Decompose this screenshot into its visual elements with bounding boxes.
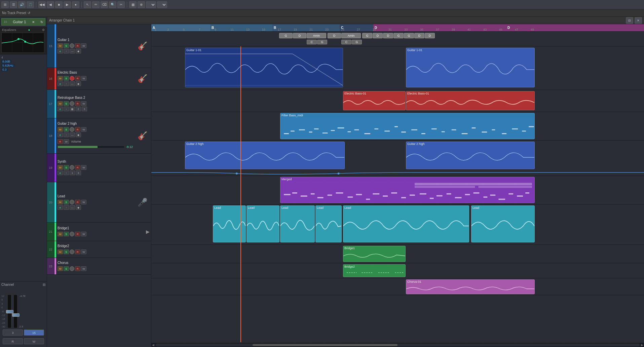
arranger-expand-btn[interactable]: ⊟: [626, 17, 633, 24]
clip-bass-d[interactable]: Electric Bass-01: [406, 91, 535, 110]
track-group-guitar1[interactable]: —: [70, 49, 75, 53]
toolbar-btn-3[interactable]: 🔊: [18, 1, 26, 8]
preset-refresh-icon[interactable]: ↺: [28, 11, 30, 15]
track-mute-bridge1[interactable]: M: [58, 232, 63, 236]
track-group-lead[interactable]: —: [70, 205, 75, 210]
toolbar-btn-erase[interactable]: ⌫: [101, 1, 108, 8]
arranger-close-btn[interactable]: ✕: [635, 17, 642, 24]
track-mute-lead[interactable]: M: [58, 200, 63, 204]
clip-lead-3[interactable]: Lead: [280, 205, 315, 242]
track-solo-retrologue[interactable]: S: [64, 101, 69, 106]
track-eq-lead[interactable]: ◆: [76, 205, 81, 210]
clip-guitar2-d[interactable]: Guitar 2 high: [406, 142, 535, 169]
toolbar-btn-stop[interactable]: ■: [55, 1, 63, 8]
track-write-retrologue[interactable]: W: [81, 101, 86, 106]
track-read-synth[interactable]: R: [75, 165, 80, 170]
toolbar-btn-record[interactable]: ●: [72, 1, 79, 8]
track-mute-synth[interactable]: M: [58, 165, 63, 170]
track-out-synth[interactable]: 3: [76, 170, 81, 175]
track-mute-bass[interactable]: M: [58, 76, 63, 81]
clip-lead-5[interactable]: Lead: [343, 205, 469, 242]
track-read-chorus[interactable]: R: [75, 266, 80, 271]
clip-guitar1-main[interactable]: Guitar 1-01: [185, 48, 343, 87]
scroll-right-btn[interactable]: ▶: [641, 343, 643, 347]
toolbar-btn-cursor[interactable]: ↖: [84, 1, 91, 8]
track-route-retrologue[interactable]: e: [58, 107, 63, 111]
ch-btn-3[interactable]: 3: [3, 330, 23, 336]
track-route-lead[interactable]: e: [58, 205, 63, 210]
track-solo-lead[interactable]: S: [64, 200, 69, 204]
main-fader-thumb[interactable]: [6, 310, 13, 313]
send-fader-track[interactable]: [13, 295, 17, 328]
toolbar-btn-snap[interactable]: ▦: [129, 1, 137, 8]
track-read-bass[interactable]: R: [75, 76, 80, 81]
track-fx-guitar2[interactable]: ◦: [64, 132, 69, 137]
track-read-bridge1[interactable]: R: [75, 232, 80, 236]
track-write-chorus[interactable]: W: [81, 266, 86, 271]
track-group-retrologue[interactable]: ▦: [70, 107, 75, 111]
track-route-bass[interactable]: e: [58, 81, 63, 86]
clip-bridge1[interactable]: Bridge1: [343, 246, 406, 262]
track-write-guitar2[interactable]: W: [81, 127, 86, 132]
scrollbar-track[interactable]: [156, 344, 640, 346]
track-read-bridge2[interactable]: R: [75, 249, 80, 254]
track-read-guitar1[interactable]: R: [75, 43, 80, 48]
clip-chorus[interactable]: Chorus-01: [406, 279, 535, 294]
channel-settings-icon[interactable]: ↻: [40, 20, 43, 24]
toolbar-btn-glue[interactable]: ⊕: [138, 1, 145, 8]
toolbar-btn-cut[interactable]: ✂: [117, 1, 125, 8]
track-write-guitar1[interactable]: W: [81, 43, 86, 48]
eq-power-btn[interactable]: ●: [28, 28, 30, 32]
clip-lead-6[interactable]: Lead: [471, 205, 535, 242]
track-solo-synth[interactable]: S: [64, 165, 69, 170]
track-solo-bridge2[interactable]: S: [64, 249, 69, 254]
track-write-lead[interactable]: W: [81, 200, 86, 204]
eq-settings-icon[interactable]: ⚙: [42, 28, 45, 32]
toolbar-btn-play[interactable]: ▶: [64, 1, 71, 8]
track-read-retrologue[interactable]: R: [75, 101, 80, 106]
main-fader-track[interactable]: [7, 295, 11, 328]
track-route-guitar1[interactable]: e: [58, 49, 63, 53]
clip-bass-c[interactable]: Electric Bass-01: [343, 91, 406, 110]
track-write-synth[interactable]: W: [81, 165, 86, 170]
toolbar-btn-rewind[interactable]: ◀: [47, 1, 54, 8]
send-fader-thumb[interactable]: [12, 313, 20, 317]
clip-synth-merged[interactable]: Merged: [280, 177, 535, 203]
ch-btn-w[interactable]: W: [24, 338, 44, 344]
track-fx-synth[interactable]: ◦: [64, 170, 69, 175]
g2-vol-bar[interactable]: [58, 146, 124, 148]
toolbar-btn-grid[interactable]: ⊞: [1, 1, 9, 8]
channel-mute-icon[interactable]: ✕: [32, 20, 35, 24]
clip-lead-4[interactable]: Lead: [315, 205, 342, 242]
g2-vol-r[interactable]: R: [58, 139, 63, 144]
track-solo-guitar2[interactable]: S: [64, 127, 69, 132]
toolbar-btn-pencil[interactable]: ✏: [92, 1, 100, 8]
scroll-left-btn[interactable]: ◀: [152, 343, 154, 347]
track-route-synth[interactable]: e: [58, 170, 63, 175]
ch-btn-15[interactable]: 15: [24, 330, 44, 336]
track-mute-retrologue[interactable]: M: [58, 101, 63, 106]
toolbar-btn-zoom[interactable]: 🔍: [109, 1, 116, 8]
track-write-bridge2[interactable]: W: [81, 249, 86, 254]
track-solo-bass[interactable]: S: [64, 76, 69, 81]
clip-lead-1[interactable]: Lead: [213, 205, 246, 242]
track-chan-synth[interactable]: 1: [70, 170, 75, 175]
track-eq-bass[interactable]: ◆: [76, 81, 81, 86]
track-solo-bridge1[interactable]: S: [64, 232, 69, 236]
track-mute-bridge2[interactable]: M: [58, 249, 63, 254]
toolbar-btn-4[interactable]: 🎵: [27, 1, 34, 8]
ch-btn-r[interactable]: R: [3, 338, 23, 344]
track-group-bass[interactable]: —: [70, 81, 75, 86]
track-eq-guitar2[interactable]: ◆: [76, 132, 81, 137]
track-read-guitar2[interactable]: R: [75, 127, 80, 132]
track-eq-guitar1[interactable]: ◆: [76, 49, 81, 53]
track-mute-chorus[interactable]: M: [58, 266, 63, 271]
track-write-bass[interactable]: W: [81, 76, 86, 81]
track-route-guitar2[interactable]: e: [58, 132, 63, 137]
track-out-retrologue[interactable]: 3: [82, 107, 87, 111]
quantize-dropdown[interactable]: 1/16: [157, 1, 167, 8]
track-solo-guitar1[interactable]: S: [64, 43, 69, 48]
g2-vol-w[interactable]: W: [64, 139, 69, 144]
strip-expand-icon[interactable]: ⊟: [43, 283, 45, 286]
clip-retrologue-midi[interactable]: Filter Bass_midi: [280, 113, 535, 139]
